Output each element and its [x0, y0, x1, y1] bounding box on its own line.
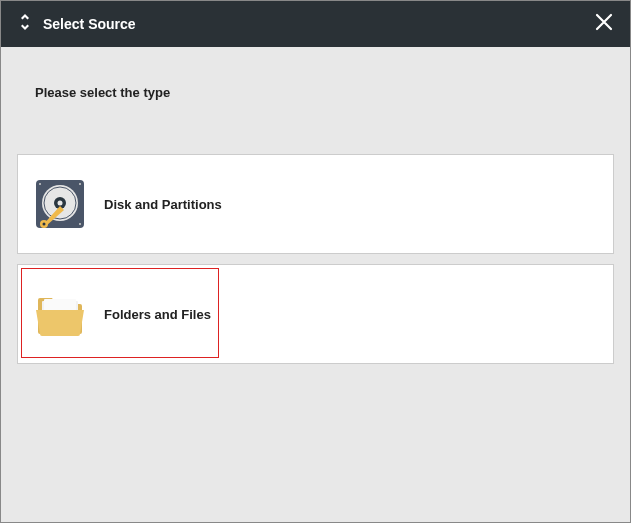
option-disk-and-partitions[interactable]: Disk and Partitions	[17, 154, 614, 254]
option-label: Folders and Files	[104, 307, 211, 322]
svg-point-4	[58, 201, 63, 206]
header-left: Select Source	[15, 12, 136, 36]
source-type-options: Disk and Partitions Folders and Files	[1, 154, 630, 364]
close-icon	[594, 12, 614, 36]
instruction-text: Please select the type	[1, 47, 630, 100]
svg-point-9	[79, 223, 81, 225]
app-logo-icon	[15, 12, 35, 36]
svg-point-6	[43, 223, 46, 226]
select-source-dialog: Select Source Please select the type	[0, 0, 631, 523]
option-folders-and-files[interactable]: Folders and Files	[17, 264, 614, 364]
hard-drive-icon	[32, 176, 88, 232]
dialog-body: Please select the type	[1, 47, 630, 522]
svg-point-7	[39, 183, 41, 185]
option-label: Disk and Partitions	[104, 197, 222, 212]
close-button[interactable]	[592, 12, 616, 36]
dialog-title: Select Source	[43, 16, 136, 32]
folder-icon	[32, 286, 88, 342]
dialog-header: Select Source	[1, 1, 630, 47]
svg-point-8	[79, 183, 81, 185]
